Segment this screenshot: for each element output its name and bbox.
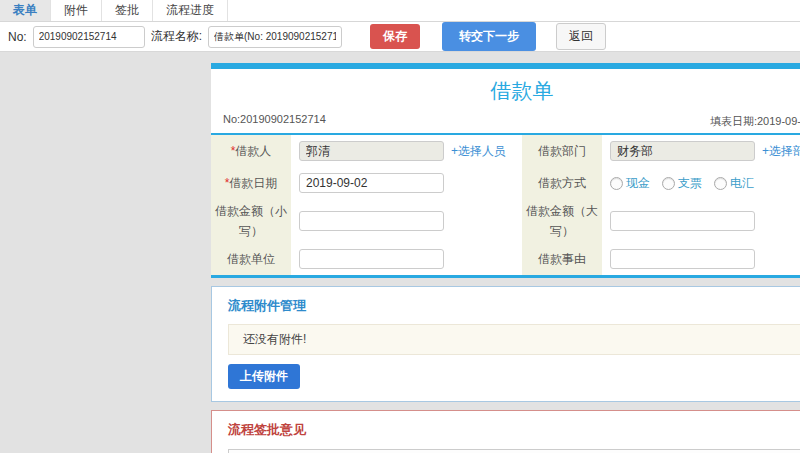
attachments-panel: 流程附件管理 还没有附件! 上传附件 <box>211 286 800 402</box>
save-button[interactable]: 保存 <box>370 24 420 49</box>
radio-cash[interactable]: 现金 <box>610 175 650 192</box>
action-toolbar: No: 流程名称: 保存 转交下一步 返回 <box>0 22 800 52</box>
borrow-date-input[interactable] <box>299 173 444 193</box>
borrow-date-label: *借款日期 <box>211 167 291 199</box>
radio-icon <box>714 177 727 190</box>
process-name-label: 流程名称: <box>151 28 202 45</box>
borrower-label: *借款人 <box>211 135 291 167</box>
form-row-borrow-reason: 借款事由 <box>522 243 800 275</box>
radio-icon <box>610 177 623 190</box>
form-row-department: 借款部门 +选择部门 <box>522 135 800 167</box>
tab-form[interactable]: 表单 <box>0 0 51 21</box>
tab-approval[interactable]: 签批 <box>102 0 153 21</box>
form-column-left: *借款人 +选择人员 *借款日期 借款金额（小写） <box>211 135 522 275</box>
no-label: No: <box>8 30 27 44</box>
top-bar: 表单 附件 签批 流程进度 No: 流程名称: 保存 转交下一步 返回 <box>0 0 800 52</box>
form-date-text: 填表日期:2019-09-02 15:27:1 <box>710 114 800 129</box>
form-no-text: No:20190902152714 <box>223 113 326 125</box>
borrow-method-label: 借款方式 <box>522 167 602 199</box>
attachments-title: 流程附件管理 <box>228 297 800 315</box>
tab-progress[interactable]: 流程进度 <box>153 0 228 21</box>
department-label: 借款部门 <box>522 135 602 167</box>
loan-form-panel: 借款单 No:20190902152714 填表日期:2019-09-02 15… <box>211 63 800 278</box>
borrow-unit-input[interactable] <box>299 249 444 269</box>
radio-check[interactable]: 支票 <box>662 175 702 192</box>
select-department-link[interactable]: +选择部门 <box>762 143 800 160</box>
form-row-amount-upper: 借款金额（大写） <box>522 199 800 243</box>
no-input[interactable] <box>33 26 145 48</box>
form-row-borrower: *借款人 +选择人员 <box>211 135 522 167</box>
tab-attachments[interactable]: 附件 <box>51 0 102 21</box>
amount-upper-label: 借款金额（大写） <box>522 199 602 243</box>
radio-wire[interactable]: 电汇 <box>714 175 754 192</box>
form-column-right: 借款部门 +选择部门 借款方式 现金 支票 电汇 借款金额（大写） <box>522 135 800 275</box>
attachments-empty-text: 还没有附件! <box>228 324 800 355</box>
approval-title: 流程签批意见 <box>228 421 800 439</box>
rich-text-editor: B I abc <box>228 449 800 453</box>
process-name-input[interactable] <box>208 26 342 48</box>
form-row-borrow-date: *借款日期 <box>211 167 522 199</box>
form-grid: *借款人 +选择人员 *借款日期 借款金额（小写） <box>211 135 800 278</box>
borrow-reason-label: 借款事由 <box>522 243 602 275</box>
amount-lower-input[interactable] <box>299 211 444 231</box>
approval-panel: 流程签批意见 B I abc <box>211 410 800 453</box>
amount-upper-input[interactable] <box>610 211 755 231</box>
form-title: 借款单 <box>211 69 800 107</box>
borrow-unit-label: 借款单位 <box>211 243 291 275</box>
next-step-button[interactable]: 转交下一步 <box>442 22 536 51</box>
form-row-borrow-unit: 借款单位 <box>211 243 522 275</box>
radio-icon <box>662 177 675 190</box>
select-person-link[interactable]: +选择人员 <box>451 143 506 160</box>
form-meta-row: No:20190902152714 填表日期:2019-09-02 15:27:… <box>211 107 800 135</box>
form-row-borrow-method: 借款方式 现金 支票 电汇 <box>522 167 800 199</box>
main-content: 借款单 No:20190902152714 填表日期:2019-09-02 15… <box>211 63 800 453</box>
back-button[interactable]: 返回 <box>556 23 606 50</box>
borrower-input[interactable] <box>299 141 444 161</box>
upload-attachment-button[interactable]: 上传附件 <box>228 364 300 389</box>
amount-lower-label: 借款金额（小写） <box>211 199 291 243</box>
form-row-amount-lower: 借款金额（小写） <box>211 199 522 243</box>
tab-bar: 表单 附件 签批 流程进度 <box>0 0 800 22</box>
borrow-reason-input[interactable] <box>610 249 755 269</box>
department-input[interactable] <box>610 141 755 161</box>
